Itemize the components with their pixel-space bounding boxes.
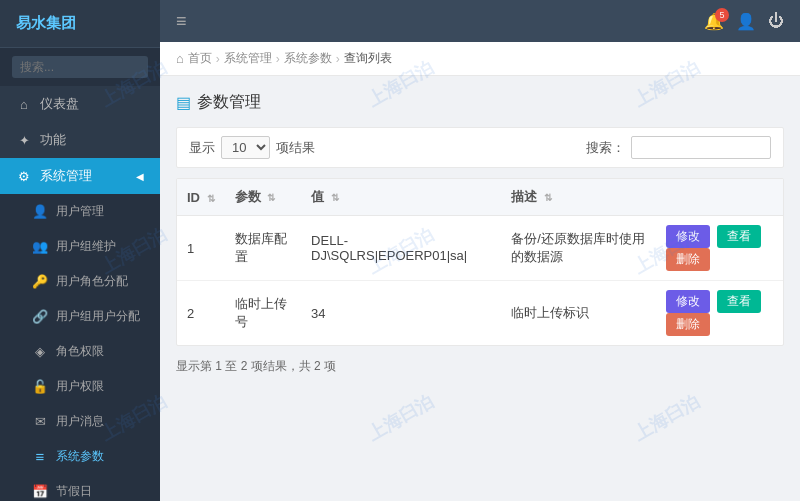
sidebar-item-label: 用户管理 [56,203,104,220]
view-button[interactable]: 查看 [717,290,761,313]
sidebar-item-label: 用户组用户分配 [56,308,140,325]
delete-button[interactable]: 删除 [666,313,710,336]
view-button[interactable]: 查看 [717,225,761,248]
data-table: ID ⇅ 参数 ⇅ 值 ⇅ 描述 ⇅ [176,178,784,346]
edit-button[interactable]: 修改 [666,225,710,248]
breadcrumb-sep2: › [276,52,280,66]
breadcrumb-sep1: › [216,52,220,66]
sidebar-item-label: 仪表盘 [40,95,79,113]
sidebar-item-user-group[interactable]: 👥 用户组维护 [0,229,160,264]
delete-button[interactable]: 删除 [666,248,710,271]
table-toolbar: 显示 10 25 50 项结果 搜索： [176,127,784,168]
sidebar-item-system-management[interactable]: ⚙ 系统管理 ◀ [0,158,160,194]
sidebar-menu: ⌂ 仪表盘 ✦ 功能 ⚙ 系统管理 ◀ 👤 用户管理 👥 用户组维护 🔑 用户角… [0,86,160,501]
show-label: 显示 [189,139,215,157]
col-id: ID ⇅ [177,179,225,216]
col-actions [656,179,783,216]
lock-icon: 🔓 [32,379,48,394]
sidebar-item-role-permissions[interactable]: ◈ 角色权限 [0,334,160,369]
star-icon: ✦ [16,133,32,148]
edit-button[interactable]: 修改 [666,290,710,313]
sidebar-search-input[interactable] [12,56,148,78]
sidebar-item-label: 功能 [40,131,66,149]
message-icon: ✉ [32,414,48,429]
table-header-row: ID ⇅ 参数 ⇅ 值 ⇅ 描述 ⇅ [177,179,783,216]
sidebar-item-label: 用户组维护 [56,238,116,255]
col-value: 值 ⇅ [301,179,501,216]
breadcrumb-home-icon: ⌂ [176,51,184,66]
sidebar-item-functions[interactable]: ✦ 功能 [0,122,160,158]
per-page-select[interactable]: 10 25 50 [221,136,270,159]
sidebar-item-user-messages[interactable]: ✉ 用户消息 [0,404,160,439]
cell-actions: 修改 查看 删除 [656,281,783,346]
user-icon[interactable]: 👤 [736,12,756,31]
sidebar-item-label: 用户消息 [56,413,104,430]
sidebar-item-dashboard[interactable]: ⌂ 仪表盘 [0,86,160,122]
col-desc: 描述 ⇅ [501,179,656,216]
user-icon: 👤 [32,204,48,219]
search-input[interactable] [631,136,771,159]
notification-badge: 5 [715,8,729,22]
topbar-right: 🔔 5 👤 ⏻ [704,12,784,31]
breadcrumb: ⌂ 首页 › 系统管理 › 系统参数 › 查询列表 [160,42,800,76]
col-param: 参数 ⇅ [225,179,301,216]
hamburger-button[interactable]: ≡ [176,11,187,32]
cell-value: 34 [301,281,501,346]
sidebar-item-system-params[interactable]: ≡ 系统参数 [0,439,160,474]
sort-icon-id: ⇅ [207,193,215,204]
arrow-icon: ◀ [136,171,144,182]
users-icon: 👥 [32,239,48,254]
toolbar-right: 搜索： [586,136,771,159]
params-icon: ≡ [32,448,48,465]
sidebar-item-label: 系统管理 [40,167,92,185]
sort-icon-value: ⇅ [331,192,339,203]
toolbar-left: 显示 10 25 50 项结果 [189,136,315,159]
pagination-info: 显示第 1 至 2 项结果，共 2 项 [176,358,784,375]
sidebar-item-user-management[interactable]: 👤 用户管理 [0,194,160,229]
breadcrumb-system-management-link[interactable]: 系统管理 [224,50,272,67]
sort-icon-param: ⇅ [267,192,275,203]
logo-text: 易水集团 [16,14,76,33]
cell-value: DELL-DJ\SQLRS|EPOERP01|sa| [301,216,501,281]
cell-id: 1 [177,216,225,281]
sidebar-item-label: 用户权限 [56,378,104,395]
sidebar: 易水集团 ⌂ 仪表盘 ✦ 功能 ⚙ 系统管理 ◀ 👤 用户管理 👥 用户组维护 … [0,0,160,501]
sidebar-item-label: 角色权限 [56,343,104,360]
breadcrumb-home-link[interactable]: 首页 [188,50,212,67]
sidebar-item-holidays[interactable]: 📅 节假日 [0,474,160,501]
sidebar-search-container [0,48,160,86]
main-content: ≡ 🔔 5 👤 ⏻ ⌂ 首页 › 系统管理 › 系统参数 › 查询列表 ▤ 参数… [160,0,800,501]
cell-desc: 备份/还原数据库时使用的数据源 [501,216,656,281]
topbar: ≡ 🔔 5 👤 ⏻ [160,0,800,42]
table-row: 2 临时上传号 34 临时上传标识 修改 查看 删除 [177,281,783,346]
page-title-icon: ▤ [176,93,191,112]
shield-icon: ◈ [32,344,48,359]
search-label: 搜索： [586,139,625,157]
gear-icon: ⚙ [16,169,32,184]
sidebar-item-user-permissions[interactable]: 🔓 用户权限 [0,369,160,404]
power-icon[interactable]: ⏻ [768,12,784,30]
sidebar-item-group-user-assign[interactable]: 🔗 用户组用户分配 [0,299,160,334]
cell-param: 临时上传号 [225,281,301,346]
cell-id: 2 [177,281,225,346]
sort-icon-desc: ⇅ [544,192,552,203]
content-area: ▤ 参数管理 显示 10 25 50 项结果 搜索： [160,76,800,501]
breadcrumb-system-params-link[interactable]: 系统参数 [284,50,332,67]
sidebar-item-role-assign[interactable]: 🔑 用户角色分配 [0,264,160,299]
key-icon: 🔑 [32,274,48,289]
breadcrumb-sep3: › [336,52,340,66]
table-row: 1 数据库配置 DELL-DJ\SQLRS|EPOERP01|sa| 备份/还原… [177,216,783,281]
breadcrumb-current: 查询列表 [344,50,392,67]
cell-param: 数据库配置 [225,216,301,281]
notification-icon[interactable]: 🔔 5 [704,12,724,31]
page-title-text: 参数管理 [197,92,261,113]
topbar-left: ≡ [176,11,191,32]
items-label: 项结果 [276,139,315,157]
sidebar-item-label: 系统参数 [56,448,104,465]
cell-desc: 临时上传标识 [501,281,656,346]
calendar-icon: 📅 [32,484,48,499]
pagination-text: 显示第 1 至 2 项结果，共 2 项 [176,359,336,373]
page-title: ▤ 参数管理 [176,92,784,113]
app-logo: 易水集团 [0,0,160,48]
sidebar-item-label: 节假日 [56,483,92,500]
